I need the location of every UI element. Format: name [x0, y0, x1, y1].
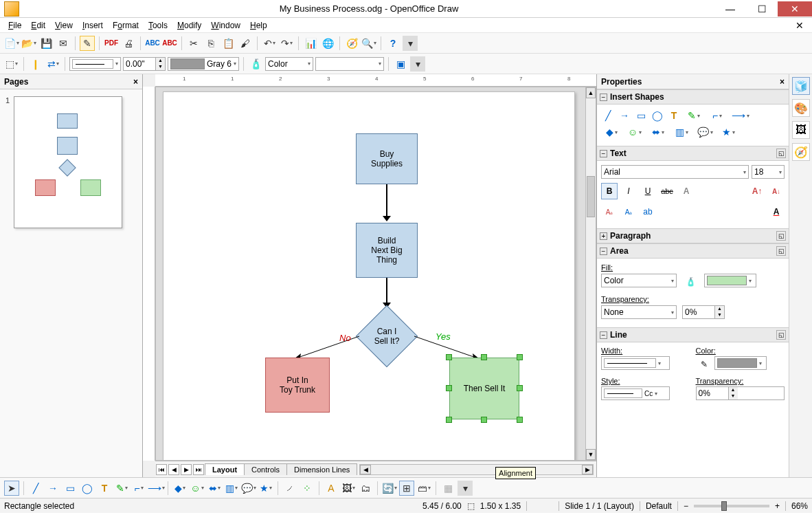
line-tool[interactable]: ╱: [28, 481, 43, 496]
expand-insert-shapes[interactable]: −: [600, 94, 607, 101]
rectangle-icon[interactable]: ▭: [634, 109, 648, 122]
shape-buy-supplies[interactable]: Buy Supplies: [356, 133, 418, 184]
glue-points-tool[interactable]: ⁘: [300, 481, 315, 496]
help-button[interactable]: ?: [385, 36, 401, 51]
star-tool[interactable]: ★: [258, 481, 273, 496]
zoom-slider[interactable]: [694, 505, 769, 507]
open-button[interactable]: 📂: [21, 36, 36, 51]
area-fill-button[interactable]: 🧴: [248, 56, 263, 72]
toolbar2-overflow-icon[interactable]: ▾: [410, 56, 425, 72]
zoom-button[interactable]: 🔍: [361, 36, 376, 51]
zoom-percent[interactable]: 66%: [791, 501, 808, 511]
tab-nav-next[interactable]: ▶: [181, 464, 192, 475]
zoom-in-icon[interactable]: +: [775, 501, 780, 511]
font-color-button[interactable]: A: [768, 204, 785, 220]
menu-view[interactable]: View: [51, 19, 77, 32]
line-pen-icon[interactable]: ✎: [696, 356, 712, 373]
underline-button[interactable]: U: [640, 183, 656, 199]
line-style-combo[interactable]: ▾: [69, 57, 121, 71]
arrow-line-icon[interactable]: →: [618, 109, 631, 122]
email-button[interactable]: ✉: [56, 36, 71, 51]
fill-type-select[interactable]: Color▾: [601, 274, 677, 287]
block-arrows-icon[interactable]: ⬌: [648, 125, 668, 139]
shape-build-thing[interactable]: Build Next Big Thing: [356, 223, 418, 278]
cut-button[interactable]: ✂: [186, 36, 201, 51]
tab-dimension[interactable]: Dimension Lines: [286, 463, 357, 475]
callout-shapes-icon[interactable]: 💬: [695, 125, 715, 139]
font-size-combo[interactable]: 18▾: [752, 165, 785, 179]
highlight-color-button[interactable]: ab: [640, 204, 656, 220]
minimize-button[interactable]: —: [714, 1, 746, 17]
properties-close-icon[interactable]: ×: [780, 77, 785, 87]
line-ends-button[interactable]: ⇄: [45, 56, 60, 72]
connector-1[interactable]: [386, 184, 387, 219]
char-format-button[interactable]: Aₐ: [620, 204, 637, 220]
connector-2[interactable]: [386, 278, 387, 305]
tab-nav-prev[interactable]: ◀: [168, 464, 179, 475]
line-width-select[interactable]: ▾: [601, 356, 670, 370]
fill-bucket-icon[interactable]: 🧴: [682, 274, 699, 290]
drawing-overflow-icon[interactable]: ▾: [458, 481, 473, 496]
transparency-spin[interactable]: ▲▼: [682, 305, 725, 319]
fill-color-select[interactable]: ▾: [704, 274, 756, 287]
expand-area[interactable]: −: [600, 248, 607, 255]
document-close-icon[interactable]: ✕: [791, 20, 808, 31]
bold-button[interactable]: B: [601, 183, 618, 199]
ellipse-icon[interactable]: ◯: [651, 109, 664, 122]
new-button[interactable]: 📄: [4, 36, 19, 51]
symbol-tool[interactable]: ☺: [190, 481, 205, 496]
curve-icon[interactable]: ✎: [684, 109, 704, 122]
transparency-type-select[interactable]: None▾: [601, 305, 677, 319]
scrollbar-vertical[interactable]: ▲▼: [585, 87, 596, 461]
strike-button[interactable]: abc: [659, 183, 675, 199]
line-color-combo[interactable]: Gray 6▾: [168, 57, 239, 71]
redo-button[interactable]: ↷: [279, 36, 294, 51]
pages-panel-close-icon[interactable]: ×: [133, 77, 138, 87]
edit-mode-button[interactable]: ✎: [80, 36, 95, 51]
fontwork-tool[interactable]: A: [324, 481, 339, 496]
from-file-tool[interactable]: 🖼: [341, 481, 356, 496]
fill-type-combo[interactable]: Color▾: [265, 57, 313, 71]
rect-tool[interactable]: ▭: [63, 481, 78, 496]
text-tool[interactable]: T: [97, 481, 112, 496]
lines-tool[interactable]: ⟶: [148, 481, 163, 496]
drawing-canvas[interactable]: Buy Supplies Build Next Big Thing Can I …: [155, 87, 596, 461]
export-pdf-button[interactable]: PDF: [104, 36, 119, 51]
shape-sell-it[interactable]: Then Sell It: [449, 358, 519, 419]
alignment-tool[interactable]: ⊞: [399, 481, 414, 496]
edit-points-tool[interactable]: ⟋: [282, 481, 297, 496]
chart-button[interactable]: 📊: [303, 36, 318, 51]
hyperlink-button[interactable]: 🌐: [320, 36, 335, 51]
line-popout-icon[interactable]: ◱: [776, 330, 786, 340]
tab-nav-first[interactable]: ⏮: [156, 464, 167, 475]
ellipse-tool[interactable]: ◯: [80, 481, 95, 496]
lines-arrows-icon[interactable]: ⟶: [730, 109, 751, 122]
sidebar-navigator-icon[interactable]: 🧭: [792, 143, 810, 161]
line-transparency-spin[interactable]: ▲▼: [696, 386, 785, 400]
area-popout-icon[interactable]: ◱: [776, 246, 786, 256]
tab-nav-last[interactable]: ⏭: [193, 464, 204, 475]
symbol-shapes-icon[interactable]: ☺: [624, 125, 645, 139]
menu-window[interactable]: Window: [207, 19, 245, 32]
expand-paragraph[interactable]: +: [600, 232, 607, 240]
menu-format[interactable]: Format: [109, 19, 143, 32]
copy-button[interactable]: ⎘: [203, 36, 218, 51]
shrink-font-button[interactable]: A↓: [768, 183, 785, 199]
rotate-tool[interactable]: 🔄: [382, 481, 397, 496]
menu-file[interactable]: File: [4, 19, 25, 32]
shadow-text-button[interactable]: A: [678, 183, 695, 199]
undo-button[interactable]: ↶: [262, 36, 277, 51]
super-sub-button[interactable]: Aₐ: [601, 204, 618, 220]
arrow-style-button[interactable]: ⬚: [4, 56, 19, 72]
page-thumbnail[interactable]: [14, 96, 122, 228]
flowchart-tool[interactable]: ▥: [224, 481, 239, 496]
toolbar-overflow-icon[interactable]: ▾: [403, 36, 418, 51]
zoom-out-icon[interactable]: −: [684, 501, 688, 511]
menu-insert[interactable]: Insert: [78, 19, 107, 32]
menu-help[interactable]: Help: [246, 19, 271, 32]
maximize-button[interactable]: ☐: [746, 1, 778, 17]
text-popout-icon[interactable]: ◱: [776, 149, 786, 158]
status-style[interactable]: Default: [646, 501, 672, 511]
auto-spellcheck-button[interactable]: ABC: [162, 36, 177, 51]
ruler-vertical[interactable]: [143, 87, 155, 461]
